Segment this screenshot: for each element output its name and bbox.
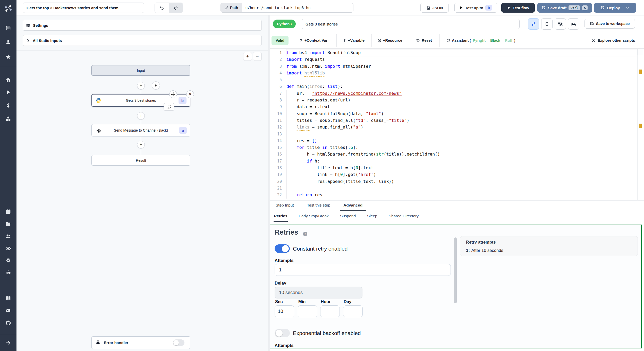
undo-redo-group xyxy=(155,3,183,13)
code-line: return res xyxy=(286,192,637,198)
move-node-button[interactable] xyxy=(169,90,177,98)
line-number: 12 xyxy=(270,124,286,131)
add-step-button[interactable]: + xyxy=(137,112,145,120)
save-to-workspace-button[interactable]: Save to workspace xyxy=(584,19,635,29)
exponential-backoff-toggle[interactable] xyxy=(275,329,290,337)
error-handler-toggle[interactable] xyxy=(173,339,184,346)
suspend-toolbar-button[interactable] xyxy=(555,18,566,30)
explore-other-scripts-button[interactable]: Explore other scripts xyxy=(591,36,635,45)
schedules-icon[interactable] xyxy=(5,209,11,215)
settings-gear-icon[interactable] xyxy=(5,258,11,263)
subtab-sleep[interactable]: Sleep xyxy=(367,211,378,222)
workspace-grid-icon[interactable] xyxy=(5,25,11,31)
code-line: res = [] xyxy=(286,138,637,144)
flow-node-result[interactable]: Result xyxy=(91,155,190,166)
delay-input[interactable] xyxy=(275,287,362,298)
test-flow-button[interactable]: Test flow xyxy=(501,3,535,13)
play-icon xyxy=(459,6,463,10)
resources-icon[interactable] xyxy=(5,116,11,122)
subtab-shared-directory[interactable]: Shared Directory xyxy=(388,211,419,222)
code-line: title_text = h[0].text xyxy=(286,165,637,171)
divider xyxy=(439,34,440,47)
reset-button[interactable]: Reset xyxy=(416,36,432,45)
flow-settings-bar[interactable]: Settings xyxy=(23,20,262,31)
test-up-to-button[interactable]: Test up to b xyxy=(454,3,497,13)
save-icon xyxy=(590,22,594,26)
tab-test-this-step[interactable]: Test this step xyxy=(303,201,334,211)
dollar-icon xyxy=(299,39,303,42)
code-line xyxy=(286,76,637,83)
line-number: 20 xyxy=(270,178,286,185)
retries-toolbar-button[interactable] xyxy=(528,18,539,30)
zoom-in-button[interactable]: + xyxy=(243,52,252,61)
chevron-down-icon[interactable] xyxy=(625,6,630,10)
add-step-button[interactable]: + xyxy=(137,141,145,149)
code-line: from lxml.html import html5parser xyxy=(286,63,637,70)
panel-splitter[interactable] xyxy=(268,15,270,351)
sec-input[interactable] xyxy=(275,305,294,317)
divider xyxy=(412,34,412,47)
deploy-button[interactable]: Deploy xyxy=(594,3,636,13)
all-static-inputs-bar[interactable]: All Static Inputs xyxy=(23,35,262,46)
add-variable-button[interactable]: +Variable xyxy=(343,36,365,45)
variables-icon[interactable] xyxy=(5,103,11,108)
assistant-button[interactable]: Assistant (Pyright Black Ruff) xyxy=(446,36,515,45)
square-icon xyxy=(545,22,549,26)
flow-graph-panel: Settings All Static Inputs + − Input + G… xyxy=(16,15,268,351)
overview-ruler[interactable] xyxy=(637,49,644,200)
sleep-toolbar-button[interactable] xyxy=(568,18,579,30)
trigger-bolt-button[interactable] xyxy=(152,81,160,90)
delete-node-button[interactable]: × xyxy=(186,90,194,98)
info-icon[interactable]: i xyxy=(303,232,307,236)
error-handler-node[interactable]: Error handler xyxy=(91,336,190,349)
groups-icon[interactable] xyxy=(5,233,11,239)
code-editor[interactable]: 12345678910111213141516171819202122 from… xyxy=(270,49,644,200)
save-icon xyxy=(542,6,546,10)
star-icon[interactable] xyxy=(5,54,11,60)
code-line: links = soup.find_all("a") xyxy=(286,124,637,131)
workers-robot-icon[interactable] xyxy=(5,270,11,276)
code-content: from bs4 import BeautifulSoupimport requ… xyxy=(286,49,637,199)
add-context-var-button[interactable]: +Context Var xyxy=(299,36,327,45)
windmill-logo-icon[interactable] xyxy=(3,3,13,13)
json-button[interactable]: JSON xyxy=(420,3,449,13)
add-resource-button[interactable]: +Resource xyxy=(377,36,402,45)
audit-logs-icon[interactable] xyxy=(5,246,11,251)
expand-sidebar-arrow-icon[interactable] xyxy=(5,340,11,346)
flow-node-step-a[interactable]: Send Message to Channel (slack) a xyxy=(91,124,190,136)
add-step-button[interactable]: + xyxy=(137,82,145,90)
user-icon[interactable] xyxy=(5,39,11,45)
redo-button[interactable] xyxy=(169,3,183,13)
docs-book-icon[interactable] xyxy=(5,295,11,301)
subtab-retries[interactable]: Retries xyxy=(274,211,288,222)
loop-node-button[interactable] xyxy=(164,103,174,111)
line-number: 19 xyxy=(270,171,286,178)
tab-advanced[interactable]: Advanced xyxy=(340,201,366,211)
early-stop-toolbar-button[interactable] xyxy=(541,18,553,30)
undo-button[interactable] xyxy=(155,3,169,13)
github-icon[interactable] xyxy=(5,320,11,326)
path-field[interactable]: Path u/henri/send_to_slack_top3_hn xyxy=(221,3,353,13)
day-input[interactable] xyxy=(343,305,363,317)
retries-scrollbar[interactable] xyxy=(454,237,457,303)
subtab-early-stop[interactable]: Early Stop/Break xyxy=(299,211,329,222)
save-draft-button[interactable]: Save draft Ctrl S xyxy=(537,3,592,13)
code-line: for title in titles[:6]: xyxy=(286,144,637,151)
tab-step-input[interactable]: Step Input xyxy=(272,201,298,211)
flow-title-input[interactable] xyxy=(23,3,144,13)
home-icon[interactable] xyxy=(5,77,11,83)
folders-icon[interactable] xyxy=(5,221,11,227)
subtab-suspend[interactable]: Suspend xyxy=(340,211,356,222)
code-line: res.append((title_text, link)) xyxy=(286,178,637,185)
min-input[interactable] xyxy=(298,305,317,317)
retries-panel: Retries i Constant retry enabled Attempt… xyxy=(269,225,642,348)
zoom-out-button[interactable]: − xyxy=(253,52,262,61)
flow-node-input[interactable]: Input xyxy=(91,65,190,76)
constant-retry-label: Constant retry enabled xyxy=(293,246,348,252)
step-title-input[interactable] xyxy=(302,19,520,29)
discord-icon[interactable] xyxy=(5,308,11,313)
constant-retry-toggle[interactable] xyxy=(275,244,290,253)
attempts-input[interactable] xyxy=(275,264,451,276)
hour-input[interactable] xyxy=(320,305,340,317)
runs-icon[interactable] xyxy=(5,89,11,95)
